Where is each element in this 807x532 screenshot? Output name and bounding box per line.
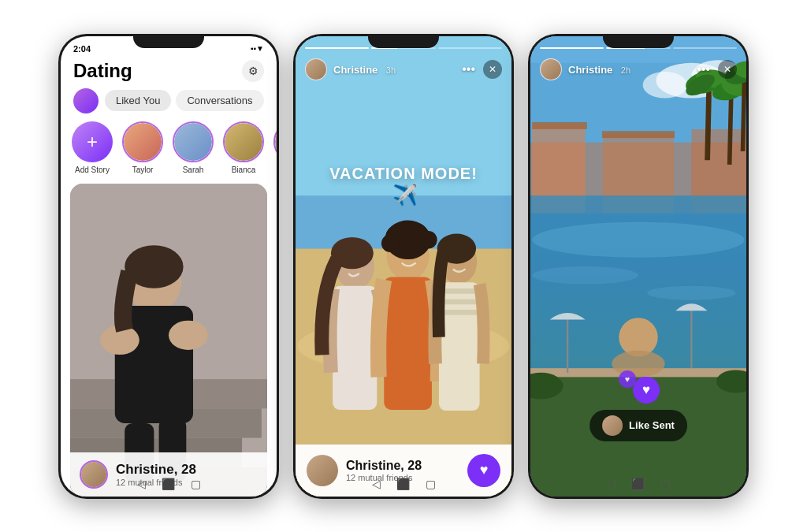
progress-fill-1 xyxy=(305,47,369,49)
close-story-button-2[interactable]: ✕ xyxy=(483,60,502,79)
story-bianca-label: Bianca xyxy=(232,166,256,174)
svg-point-24 xyxy=(419,231,437,248)
tabs-row: Liked You Conversations xyxy=(61,88,277,121)
progress-bar-3-1 xyxy=(540,47,604,49)
like-sent-avatar xyxy=(602,415,623,436)
phone-3: Christine 2h ••• ✕ ♥ ♥ xyxy=(528,34,749,499)
phone-2: Christine 3h ••• ✕ VACATION MODE! ✈️ xyxy=(293,34,514,499)
story-sp-avatar xyxy=(273,121,277,162)
story-sarah[interactable]: Sarah xyxy=(173,121,214,174)
story-taylor[interactable]: Taylor xyxy=(122,121,163,174)
like-sent-badge: Like Sent xyxy=(589,410,687,441)
svg-line-47 xyxy=(730,89,731,164)
svg-rect-42 xyxy=(602,131,675,138)
svg-point-55 xyxy=(532,266,638,284)
story-taylor-label: Taylor xyxy=(132,166,154,174)
heart-stack: ♥ ♥ xyxy=(617,369,660,404)
user-avatar-tab xyxy=(73,88,99,113)
beach-illustration xyxy=(296,36,511,497)
status-time: 2:04 xyxy=(73,44,91,54)
story-sarah-avatar xyxy=(173,121,214,162)
svg-point-25 xyxy=(381,234,399,251)
svg-rect-20 xyxy=(384,277,432,409)
progress-bar-1 xyxy=(305,47,369,49)
bottom-nav-3: ◁ ⬛ ▢ xyxy=(530,478,746,490)
add-story-button[interactable]: + xyxy=(72,121,113,162)
dating-card[interactable]: Christine, 28 12 mutual friends xyxy=(70,184,267,497)
battery-icon: ▪▪▼ xyxy=(251,44,264,53)
home-button-2[interactable]: ⬛ xyxy=(396,478,410,490)
story-card-name-2: Christine, 28 xyxy=(346,459,422,473)
tab-conversations[interactable]: Conversations xyxy=(176,90,263,111)
big-heart-icon: ♥ xyxy=(633,377,660,404)
heart-icon-2: ♥ xyxy=(480,462,489,478)
bottom-nav-1: ◁ ⬛ ▢ xyxy=(61,478,277,490)
story-user-details-3: Christine 2h xyxy=(568,62,630,76)
screen-story-beach: Christine 3h ••• ✕ VACATION MODE! ✈️ xyxy=(296,36,511,497)
story-beach-background xyxy=(296,36,511,497)
card-background xyxy=(70,184,267,497)
screen-home: 2:04 ▪▪▼ Dating ⚙ Liked You Conversation… xyxy=(61,36,277,497)
story-user-avatar-3 xyxy=(540,58,562,80)
back-button-2[interactable]: ◁ xyxy=(372,478,381,490)
phone-notch-2 xyxy=(368,34,439,48)
story-user-info-3: Christine 2h xyxy=(540,58,630,80)
recents-button-2[interactable]: ▢ xyxy=(426,478,436,490)
vacation-text: VACATION MODE! xyxy=(329,165,478,182)
recents-button[interactable]: ▢ xyxy=(191,478,201,490)
story-time-3: 2h xyxy=(621,65,630,75)
story-taylor-avatar xyxy=(122,121,163,162)
svg-rect-41 xyxy=(532,121,587,128)
settings-button[interactable]: ⚙ xyxy=(242,60,264,82)
home-button[interactable]: ⬛ xyxy=(162,478,175,490)
card-user-name: Christine, 28 xyxy=(116,462,196,478)
phone-1: 2:04 ▪▪▼ Dating ⚙ Liked You Conversation… xyxy=(58,34,279,499)
story-top-bar-3: Christine 2h ••• ✕ xyxy=(530,54,746,87)
progress-bar-3 xyxy=(438,47,502,49)
screen-story-pool: Christine 2h ••• ✕ ♥ ♥ xyxy=(530,36,746,497)
more-options-button-2[interactable]: ••• xyxy=(462,62,475,76)
bottom-nav-2: ◁ ⬛ ▢ xyxy=(296,478,511,490)
svg-rect-17 xyxy=(333,285,377,409)
svg-point-56 xyxy=(647,285,735,299)
gear-icon: ⚙ xyxy=(248,65,258,77)
progress-bar-3-3 xyxy=(673,47,737,49)
story-sarah-label: Sarah xyxy=(183,166,204,174)
vacation-overlay: VACATION MODE! ✈️ xyxy=(329,165,478,207)
more-options-button-3[interactable]: ••• xyxy=(697,62,710,76)
back-button[interactable]: ◁ xyxy=(137,478,146,490)
app-title: Dating xyxy=(73,60,132,82)
close-icon-2: ✕ xyxy=(489,64,496,75)
like-sent-label: Like Sent xyxy=(629,419,675,431)
story-user-info-2: Christine 3h xyxy=(305,58,396,80)
story-user-avatar-2 xyxy=(305,58,327,80)
svg-rect-30 xyxy=(439,310,480,315)
stories-row: + Add Story Taylor Sarah xyxy=(61,121,277,184)
tab-liked-you[interactable]: Liked You xyxy=(105,90,171,111)
story-add[interactable]: + Add Story xyxy=(72,121,113,174)
close-story-button-3[interactable]: ✕ xyxy=(718,60,737,79)
story-add-label: Add Story xyxy=(75,166,110,174)
story-bianca-avatar xyxy=(223,121,264,162)
back-button-3[interactable]: ◁ xyxy=(607,478,615,490)
recents-button-3[interactable]: ▢ xyxy=(660,478,671,490)
like-sent-overlay: ♥ ♥ Like Sent xyxy=(589,369,687,441)
plus-icon: + xyxy=(87,131,98,153)
svg-point-8 xyxy=(169,320,208,349)
story-time-2: 3h xyxy=(386,65,396,75)
phone-notch xyxy=(133,34,204,48)
story-bianca[interactable]: Bianca xyxy=(223,121,264,174)
home-button-3[interactable]: ⬛ xyxy=(631,478,645,490)
phone-notch-3 xyxy=(603,34,674,48)
svg-point-54 xyxy=(532,221,745,257)
story-sp[interactable]: Sp... xyxy=(273,121,277,174)
story-top-bar-2: Christine 3h ••• ✕ xyxy=(296,54,511,87)
story-username-2: Christine xyxy=(333,64,377,76)
story-top-right-2: ••• ✕ xyxy=(462,60,502,79)
story-username-3: Christine xyxy=(568,64,612,76)
close-icon-3: ✕ xyxy=(723,64,731,75)
dating-header: Dating ⚙ xyxy=(61,57,277,88)
story-user-details-2: Christine 3h xyxy=(333,62,396,76)
story-top-right-3: ••• ✕ xyxy=(697,60,737,79)
status-icons: ▪▪▼ xyxy=(251,44,264,53)
